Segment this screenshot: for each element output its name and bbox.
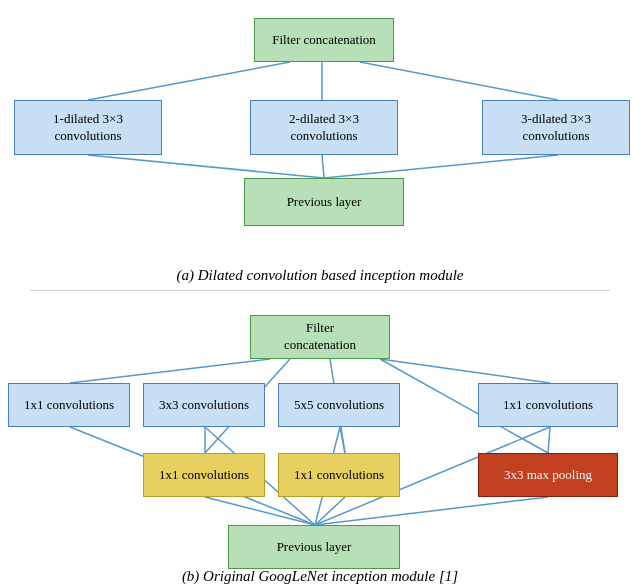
filter-concat-a: Filter concatenation — [254, 18, 394, 62]
svg-line-0 — [88, 155, 324, 178]
caption-b: (b) Original GoogLeNet inception module … — [0, 564, 640, 586]
prev-layer-b: Previous layer — [228, 525, 400, 569]
svg-line-11 — [315, 497, 345, 525]
prev-layer-a: Previous layer — [244, 178, 404, 226]
filter-concat-b: Filterconcatenation — [250, 315, 390, 359]
svg-line-5 — [360, 62, 558, 100]
svg-line-19 — [340, 427, 345, 453]
svg-line-16 — [70, 359, 270, 383]
b-maxpool-box: 3x3 max pooling — [478, 453, 618, 497]
section-a: Filter concatenation 1-dilated 3×3convol… — [0, 0, 640, 290]
b-3x3-box: 3x3 convolutions — [143, 383, 265, 427]
svg-line-3 — [88, 62, 290, 100]
section-b: Filterconcatenation 1x1 convolutions 3x3… — [0, 293, 640, 586]
b-1x1c-box: 1x1 convolutions — [143, 453, 265, 497]
b-1x1b-box: 1x1 convolutions — [478, 383, 618, 427]
section-divider — [30, 290, 610, 291]
svg-line-1 — [322, 155, 324, 178]
b-1x1a-box: 1x1 convolutions — [8, 383, 130, 427]
dil2-box: 2-dilated 3×3convolutions — [250, 100, 398, 155]
caption-a: (a) Dilated convolution based inception … — [0, 263, 640, 286]
svg-line-17 — [380, 359, 550, 383]
svg-line-20 — [548, 427, 550, 453]
svg-line-10 — [205, 497, 315, 525]
b-5x5-box: 5x5 convolutions — [278, 383, 400, 427]
svg-line-12 — [315, 497, 548, 525]
dil3-box: 3-dilated 3×3convolutions — [482, 100, 630, 155]
b-1x1d-box: 1x1 convolutions — [278, 453, 400, 497]
dil1-box: 1-dilated 3×3convolutions — [14, 100, 162, 155]
svg-line-2 — [324, 155, 558, 178]
